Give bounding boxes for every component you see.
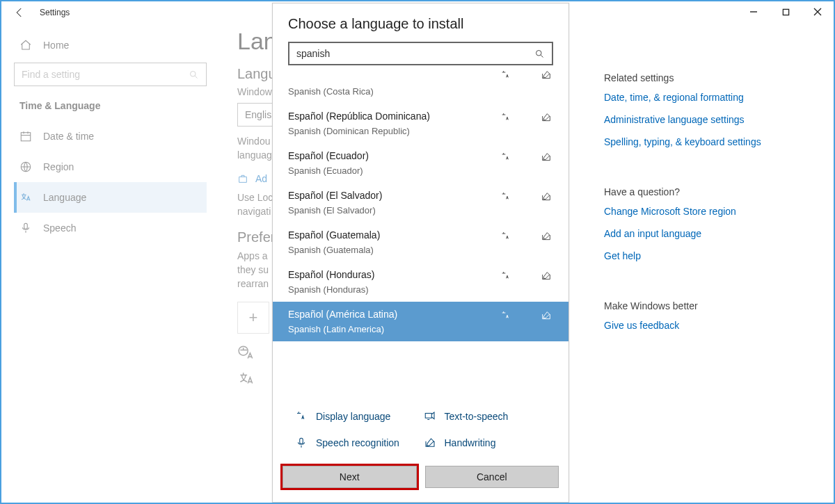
sidebar-item-label: Date & time [43,131,94,142]
language-item[interactable]: Español (República Dominicana) Spanish (… [273,104,568,143]
question-header: Have a question? [604,186,813,197]
language-item-selected[interactable]: Español (América Latina) Spanish (Latin … [273,302,568,341]
tts-icon [500,112,511,123]
add-language-tile[interactable]: + [237,302,269,334]
feature-speech-recognition: Speech recognition [295,437,418,449]
feature-label: Speech recognition [316,437,399,448]
link-give-feedback[interactable]: Give us feedback [604,320,813,331]
sidebar-item-region[interactable]: Region [14,152,207,182]
svg-rect-4 [24,223,28,229]
sidebar-item-language[interactable]: Language [14,182,207,213]
handwriting-icon [541,191,552,202]
svg-rect-8 [300,438,303,444]
handwriting-icon [541,152,552,163]
sidebar-home[interactable]: Home [14,31,207,60]
svg-rect-0 [783,9,788,15]
search-icon [534,49,545,59]
language-english: Spanish (Dominican Republic) [288,126,553,136]
feedback-header: Make Windows better [604,300,813,311]
svg-point-6 [536,50,542,56]
cancel-button[interactable]: Cancel [425,466,559,488]
microphone-icon [295,437,308,449]
select-value: Englis [245,109,271,120]
language-english: Spanish (Honduras) [288,284,553,295]
display-language-icon [295,410,308,423]
tts-icon [500,231,511,242]
link-change-store-region[interactable]: Change Microsoft Store region [604,206,813,217]
choose-language-dialog: Choose a language to install spanish . S… [272,3,569,503]
language-item[interactable]: Español (Guatemala) Spanish (Guatemala) [273,222,568,262]
handwriting-icon [541,71,552,81]
handwriting-icon [541,310,552,321]
language-english: Spanish (El Salvador) [288,205,553,216]
link-spelling-typing[interactable]: Spelling, typing, & keyboard settings [604,136,813,147]
language-english: Spanish (Ecuador) [288,165,553,176]
close-button[interactable] [802,1,834,22]
svg-point-1 [191,71,196,76]
feature-handwriting: Handwriting [424,437,547,449]
sidebar-item-date-time[interactable]: Date & time [14,121,207,152]
link-add-input-language[interactable]: Add an input language [604,228,813,239]
display-language-icon [237,370,255,388]
language-icon [19,191,32,204]
display-language-icon [237,345,255,363]
next-button[interactable]: Next [283,466,417,488]
feature-display-language: Display language [295,410,418,423]
handwriting-icon [541,112,552,123]
window-title: Settings [40,8,70,17]
tts-icon [500,310,511,321]
svg-rect-2 [21,133,31,141]
sidebar-group: Time & Language [14,95,207,121]
store-icon [237,173,248,184]
sidebar-item-label: Speech [43,222,76,234]
svg-point-5 [239,346,248,355]
feature-label: Handwriting [445,437,496,448]
language-list[interactable]: . Spanish (Costa Rica) Español (Repúblic… [273,71,568,400]
search-value: spanish [296,48,330,59]
link-admin-language[interactable]: Administrative language settings [604,114,813,125]
dialog-title: Choose a language to install [273,3,568,42]
maximize-button[interactable] [770,1,802,22]
language-english: Spanish (Latin America) [288,324,553,334]
sidebar-home-label: Home [43,40,69,51]
link-date-time-regional[interactable]: Date, time, & regional formatting [604,92,813,103]
sidebar-item-label: Region [43,161,74,172]
minimize-button[interactable] [738,1,770,22]
globe-icon [19,161,32,173]
tts-icon [424,410,436,423]
handwriting-icon [541,231,552,242]
microphone-icon [19,222,32,234]
home-icon [19,39,32,51]
language-item[interactable]: . Spanish (Costa Rica) [273,71,568,104]
language-item[interactable]: Español (Ecuador) Spanish (Ecuador) [273,143,568,183]
language-search-input[interactable]: spanish [288,42,553,65]
feature-label: Display language [316,411,390,422]
language-english: Spanish (Guatemala) [288,245,553,255]
handwriting-icon [541,270,552,282]
sidebar-item-speech[interactable]: Speech [14,213,207,243]
calendar-icon [19,130,32,143]
addlink-label: Ad [255,173,267,184]
language-item[interactable]: Español (Honduras) Spanish (Honduras) [273,262,568,302]
tts-icon [500,270,511,282]
related-settings-header: Related settings [604,72,813,83]
find-setting-input[interactable]: Find a setting [14,63,207,86]
tts-icon [500,152,511,163]
link-get-help[interactable]: Get help [604,250,813,261]
feature-text-to-speech: Text-to-speech [424,410,547,423]
handwriting-icon [424,437,436,449]
search-icon [189,70,199,80]
svg-rect-7 [425,414,431,418]
sidebar-item-label: Language [43,192,86,203]
language-item[interactable]: Español (El Salvador) Spanish (El Salvad… [273,183,568,222]
tts-icon [500,71,511,81]
search-placeholder: Find a setting [22,69,80,80]
language-english: Spanish (Costa Rica) [288,86,553,97]
tts-icon [500,191,511,202]
back-button[interactable] [6,4,33,21]
feature-label: Text-to-speech [445,411,509,422]
